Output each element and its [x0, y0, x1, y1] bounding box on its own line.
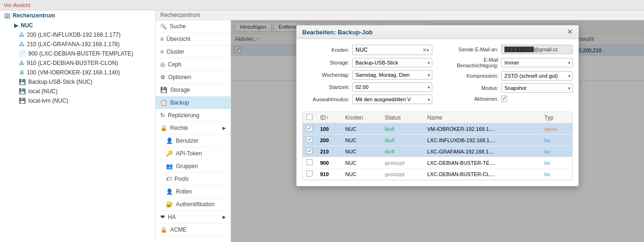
inner-table-row[interactable]: 900 NUC gestoppt LXC-DEBIAN-BUSTER-TE...…	[303, 157, 572, 169]
cell-typ: lxc	[541, 169, 572, 180]
wochentag-select[interactable]: Samstag, Montag, Dien	[352, 70, 432, 80]
breadcrumb: Rechenzentrum	[156, 10, 644, 20]
nav-optionen[interactable]: ⚙ Optionen	[156, 71, 231, 84]
storage-select[interactable]: Backup-USB-Stick	[352, 58, 432, 67]
vm-icon-910: 🖧	[19, 60, 25, 66]
nav-authentifikation[interactable]: 🔐 Authentifikation	[156, 198, 231, 211]
modal-body: Knoten: NUC ✕ ▾	[297, 39, 578, 186]
sidebar-nuc[interactable]: ▶ NUC	[0, 21, 155, 30]
cell-typ: lxc	[541, 146, 572, 157]
vm-icon-200: 🖧	[19, 32, 25, 38]
aktivieren-checkbox[interactable]	[501, 96, 507, 102]
modal-title: Bearbeiten: Backup-Job	[302, 29, 373, 36]
id-sort[interactable]: ID↑	[320, 114, 338, 121]
cell-knoten: NUC	[341, 169, 381, 180]
kompression-select[interactable]: ZSTD (schnell und gut)	[501, 71, 573, 81]
form-row-auswahlmodus: Auswahlmodus: Mit den ausgewählten V	[302, 95, 432, 104]
vm-icon-100: 🖥	[19, 69, 25, 76]
modus-select[interactable]: Snapshot	[501, 83, 573, 93]
cell-name: LXC-DEBIAN-BUSTER-TE....	[423, 157, 540, 169]
knoten-x-icon[interactable]: ✕	[422, 47, 427, 53]
inner-table-row[interactable]: 910 NUC gestoppt LXC-DEBIAN-BUSTER-CL...…	[303, 169, 572, 180]
row-checkbox[interactable]	[306, 125, 313, 131]
email-input[interactable]	[501, 45, 573, 54]
modal-bearbeiten: Bearbeiten: Backup-Job ✕	[296, 25, 579, 186]
nav-storage[interactable]: 💾 Storage	[156, 84, 231, 97]
acme-icon: 🔒	[160, 226, 167, 233]
storage-icon-backup: 💾	[19, 79, 26, 85]
nav-pools[interactable]: 🏷 Pools	[156, 173, 231, 186]
knoten-value: NUC	[355, 47, 368, 53]
overview-icon: ≡	[160, 36, 164, 42]
form-grid: Knoten: NUC ✕ ▾	[302, 45, 573, 107]
auswahlmodus-select[interactable]: Mit den ausgewählten V	[352, 95, 432, 104]
sidebar-rechenzentrum[interactable]: 🏢 Rechenzentrum	[0, 10, 155, 21]
nav-ubersicht[interactable]: ≡ Übersicht	[156, 33, 231, 46]
nav-ha[interactable]: ❤ HA ▶	[156, 211, 231, 224]
sidebar-item-100[interactable]: 🖥 100 (VM-IOBROKER-192.168.1.140)	[0, 68, 155, 77]
inner-col-typ: Typ	[541, 112, 572, 123]
vm-icon-210: 🖧	[19, 41, 25, 48]
nav-gruppen[interactable]: 👥 Gruppen	[156, 160, 231, 173]
form-row-kompression: Kompression: ZSTD (schnell und gut)	[442, 71, 573, 81]
nav-acme[interactable]: 🔒 ACME	[156, 224, 231, 236]
email-benachrichtigung-select[interactable]: Immer	[501, 58, 573, 67]
nav-rollen[interactable]: 👤 Rollen	[156, 186, 231, 198]
cell-name: LXC-GRAFANA-192.168.1....	[423, 146, 540, 157]
knoten-select[interactable]: NUC ✕ ▾	[352, 45, 432, 55]
modus-label: Modus:	[442, 85, 498, 91]
cell-checkbox	[303, 146, 316, 157]
groups-icon: 👥	[166, 163, 173, 169]
gear-icon: ⚙	[160, 74, 165, 81]
main-layout: 🏢 Rechenzentrum ▶ NUC 🖧 200 (LXC-INFLUXD…	[0, 10, 644, 242]
cell-id: 100	[316, 123, 341, 135]
cell-knoten: NUC	[341, 157, 381, 169]
knoten-chevron-icon[interactable]: ▾	[427, 48, 429, 53]
nav-api-token[interactable]: 🔑 API-Token	[156, 147, 231, 160]
cell-id: 210	[316, 146, 341, 157]
cell-id: 910	[316, 169, 341, 180]
sidebar-item-900[interactable]: 📄 900 (LXC-DEBIAN-BUSTER-TEMPLATE)	[0, 49, 155, 58]
storage-label: Storage:	[302, 60, 349, 65]
sidebar-item-200[interactable]: 🖧 200 (LXC-INFLUXDB-192.168.1.177)	[0, 30, 155, 40]
storage-icon-local: 💾	[19, 88, 26, 95]
inner-col-status: Status	[381, 112, 423, 123]
row-checkbox[interactable]	[306, 170, 313, 177]
cell-name: VM-IOBROKER-192.168.1....	[423, 123, 540, 135]
auth-icon: 🔐	[166, 201, 173, 208]
sidebar-item-local-lvm[interactable]: 💾 local-lvm (NUC)	[0, 96, 155, 105]
row-checkbox[interactable]	[306, 159, 313, 165]
ha-icon: ❤	[160, 214, 165, 220]
nav-backup[interactable]: 📋 Backup	[156, 97, 231, 109]
ceph-icon: ◎	[160, 61, 165, 68]
storage-icon: 💾	[160, 87, 167, 93]
replicate-icon: ↻	[160, 112, 165, 119]
inner-col-id[interactable]: ID↑	[316, 112, 341, 123]
nav-cluster[interactable]: ≡ Cluster	[156, 46, 231, 58]
nav-suche[interactable]: 🔍 Suche	[156, 20, 231, 33]
modal-close-button[interactable]: ✕	[567, 28, 573, 36]
nav-rechte[interactable]: 🔒 Rechte ▶	[156, 122, 231, 135]
startzeit-select[interactable]: 02:00	[352, 82, 432, 92]
inner-table-row[interactable]: 210 NUC läuft LXC-GRAFANA-192.168.1.... …	[303, 146, 572, 157]
cell-checkbox	[303, 135, 316, 146]
inner-table-row[interactable]: 200 NUC läuft LXC-INFLUXDB-192.168.1....…	[303, 135, 572, 146]
nav-benutzer[interactable]: 👤 Benutzer	[156, 135, 231, 147]
select-all-checkbox[interactable]	[306, 114, 313, 120]
nav-ceph[interactable]: ◎ Ceph	[156, 58, 231, 71]
sidebar-item-210[interactable]: 🖧 210 (LXC-GRAFANA-192.168.1.178)	[0, 40, 155, 49]
nav-replizierung[interactable]: ↻ Replizierung	[156, 109, 231, 122]
storage-icon-local-lvm: 💾	[19, 97, 26, 104]
form-row-startzeit: Startzeit: 02:00	[302, 82, 432, 92]
cell-name: LXC-DEBIAN-BUSTER-CL....	[423, 169, 540, 180]
cell-typ: lxc	[541, 135, 572, 146]
sidebar-item-910[interactable]: 🖧 910 (LXC-DEBIAN-BUSTER-CLON)	[0, 58, 155, 68]
row-checkbox[interactable]	[306, 137, 313, 143]
cell-typ: lxc	[541, 157, 572, 169]
sidebar-item-local[interactable]: 💾 local (NUC)	[0, 87, 155, 96]
row-checkbox[interactable]	[306, 148, 313, 154]
user-icon: 👤	[166, 137, 173, 144]
inner-table-row[interactable]: 100 NUC läuft VM-IOBROKER-192.168.1.... …	[303, 123, 572, 135]
cell-typ: qemu	[541, 123, 572, 135]
sidebar-item-backup-usb[interactable]: 💾 Backup-USB-Stick (NUC)	[0, 77, 155, 87]
